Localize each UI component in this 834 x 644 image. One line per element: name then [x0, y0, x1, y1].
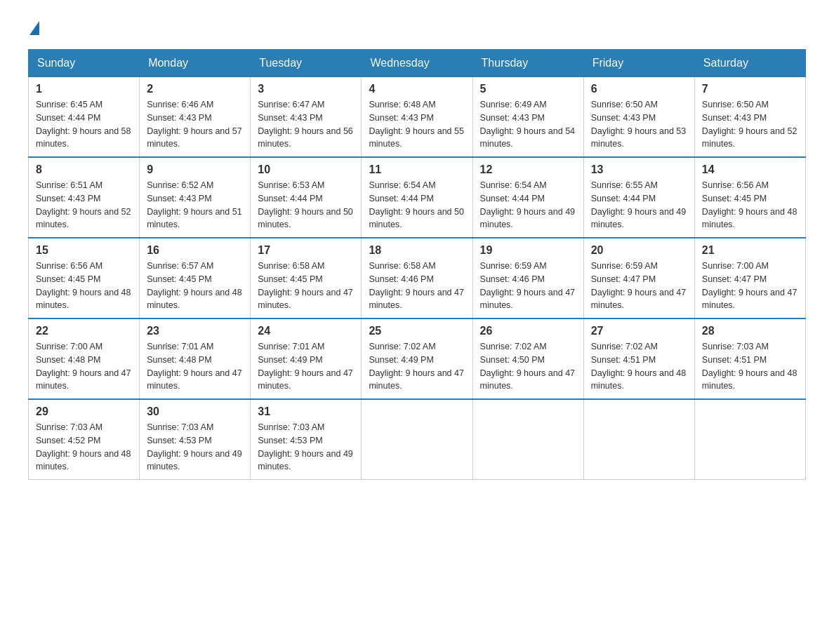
day-info: Sunrise: 6:57 AMSunset: 4:45 PMDaylight:… [147, 260, 243, 312]
calendar-cell: 22Sunrise: 7:00 AMSunset: 4:48 PMDayligh… [29, 318, 140, 399]
day-number: 31 [258, 405, 354, 418]
day-info: Sunrise: 7:01 AMSunset: 4:49 PMDaylight:… [258, 340, 354, 393]
day-number: 17 [258, 244, 354, 257]
calendar-header-friday: Friday [583, 50, 694, 77]
day-info: Sunrise: 7:03 AMSunset: 4:52 PMDaylight:… [36, 421, 132, 474]
calendar-cell: 9Sunrise: 6:52 AMSunset: 4:43 PMDaylight… [140, 157, 251, 238]
calendar-header-row: SundayMondayTuesdayWednesdayThursdayFrid… [29, 50, 806, 77]
calendar-cell: 20Sunrise: 6:59 AMSunset: 4:47 PMDayligh… [583, 238, 694, 318]
calendar-week-row: 22Sunrise: 7:00 AMSunset: 4:48 PMDayligh… [29, 318, 806, 399]
day-number: 11 [369, 163, 465, 176]
calendar-cell: 6Sunrise: 6:50 AMSunset: 4:43 PMDaylight… [583, 77, 694, 158]
calendar-cell: 29Sunrise: 7:03 AMSunset: 4:52 PMDayligh… [29, 399, 140, 480]
day-info: Sunrise: 6:59 AMSunset: 4:46 PMDaylight:… [480, 260, 576, 312]
day-info: Sunrise: 6:50 AMSunset: 4:43 PMDaylight:… [702, 98, 798, 151]
day-info: Sunrise: 6:45 AMSunset: 4:44 PMDaylight:… [36, 98, 132, 151]
day-number: 26 [480, 325, 576, 337]
day-number: 27 [591, 325, 687, 337]
calendar-cell: 11Sunrise: 6:54 AMSunset: 4:44 PMDayligh… [362, 157, 472, 238]
day-number: 13 [591, 163, 687, 176]
day-number: 8 [36, 163, 132, 176]
calendar-cell: 18Sunrise: 6:58 AMSunset: 4:46 PMDayligh… [362, 238, 472, 318]
calendar-cell [583, 399, 694, 480]
day-number: 4 [369, 83, 465, 95]
day-number: 20 [591, 244, 687, 257]
calendar-cell: 15Sunrise: 6:56 AMSunset: 4:45 PMDayligh… [29, 238, 140, 318]
day-info: Sunrise: 6:58 AMSunset: 4:45 PMDaylight:… [258, 260, 354, 312]
day-number: 14 [702, 163, 798, 176]
day-info: Sunrise: 7:02 AMSunset: 4:51 PMDaylight:… [591, 340, 687, 393]
day-info: Sunrise: 6:47 AMSunset: 4:43 PMDaylight:… [258, 98, 354, 151]
calendar-header-thursday: Thursday [472, 50, 583, 77]
calendar-cell: 25Sunrise: 7:02 AMSunset: 4:49 PMDayligh… [362, 318, 472, 399]
day-number: 6 [591, 83, 687, 95]
calendar-week-row: 15Sunrise: 6:56 AMSunset: 4:45 PMDayligh… [29, 238, 806, 318]
day-number: 30 [147, 405, 243, 418]
day-number: 12 [480, 163, 576, 176]
day-info: Sunrise: 6:55 AMSunset: 4:44 PMDaylight:… [591, 179, 687, 232]
calendar-cell: 16Sunrise: 6:57 AMSunset: 4:45 PMDayligh… [140, 238, 251, 318]
calendar-cell: 8Sunrise: 6:51 AMSunset: 4:43 PMDaylight… [29, 157, 140, 238]
calendar-cell: 5Sunrise: 6:49 AMSunset: 4:43 PMDaylight… [472, 77, 583, 158]
day-info: Sunrise: 7:00 AMSunset: 4:47 PMDaylight:… [702, 260, 798, 312]
calendar-cell: 26Sunrise: 7:02 AMSunset: 4:50 PMDayligh… [472, 318, 583, 399]
day-number: 15 [36, 244, 132, 257]
calendar-cell [472, 399, 583, 480]
calendar-header-tuesday: Tuesday [251, 50, 362, 77]
calendar-cell: 3Sunrise: 6:47 AMSunset: 4:43 PMDaylight… [251, 77, 362, 158]
calendar-cell: 13Sunrise: 6:55 AMSunset: 4:44 PMDayligh… [583, 157, 694, 238]
day-number: 28 [702, 325, 798, 337]
day-number: 18 [369, 244, 465, 257]
calendar-cell: 4Sunrise: 6:48 AMSunset: 4:43 PMDaylight… [362, 77, 472, 158]
day-info: Sunrise: 6:48 AMSunset: 4:43 PMDaylight:… [369, 98, 465, 151]
day-info: Sunrise: 7:02 AMSunset: 4:49 PMDaylight:… [369, 340, 465, 393]
day-number: 23 [147, 325, 243, 337]
day-info: Sunrise: 6:54 AMSunset: 4:44 PMDaylight:… [480, 179, 576, 232]
day-number: 7 [702, 83, 798, 95]
calendar-table: SundayMondayTuesdayWednesdayThursdayFrid… [28, 49, 806, 480]
calendar-cell: 14Sunrise: 6:56 AMSunset: 4:45 PMDayligh… [694, 157, 805, 238]
day-number: 25 [369, 325, 465, 337]
day-info: Sunrise: 7:01 AMSunset: 4:48 PMDaylight:… [147, 340, 243, 393]
day-number: 9 [147, 163, 243, 176]
day-info: Sunrise: 7:03 AMSunset: 4:53 PMDaylight:… [147, 421, 243, 474]
calendar-cell [362, 399, 472, 480]
calendar-cell: 30Sunrise: 7:03 AMSunset: 4:53 PMDayligh… [140, 399, 251, 480]
calendar-week-row: 1Sunrise: 6:45 AMSunset: 4:44 PMDaylight… [29, 77, 806, 158]
calendar-cell: 10Sunrise: 6:53 AMSunset: 4:44 PMDayligh… [251, 157, 362, 238]
day-number: 19 [480, 244, 576, 257]
day-info: Sunrise: 6:49 AMSunset: 4:43 PMDaylight:… [480, 98, 576, 151]
calendar-cell: 31Sunrise: 7:03 AMSunset: 4:53 PMDayligh… [251, 399, 362, 480]
calendar-week-row: 8Sunrise: 6:51 AMSunset: 4:43 PMDaylight… [29, 157, 806, 238]
calendar-header-monday: Monday [140, 50, 251, 77]
day-info: Sunrise: 6:50 AMSunset: 4:43 PMDaylight:… [591, 98, 687, 151]
day-number: 16 [147, 244, 243, 257]
day-info: Sunrise: 6:59 AMSunset: 4:47 PMDaylight:… [591, 260, 687, 312]
day-number: 10 [258, 163, 354, 176]
day-number: 2 [147, 83, 243, 95]
day-info: Sunrise: 6:56 AMSunset: 4:45 PMDaylight:… [702, 179, 798, 232]
calendar-cell: 12Sunrise: 6:54 AMSunset: 4:44 PMDayligh… [472, 157, 583, 238]
calendar-cell: 7Sunrise: 6:50 AMSunset: 4:43 PMDaylight… [694, 77, 805, 158]
day-number: 29 [36, 405, 132, 418]
calendar-header-wednesday: Wednesday [362, 50, 472, 77]
calendar-cell: 19Sunrise: 6:59 AMSunset: 4:46 PMDayligh… [472, 238, 583, 318]
day-number: 24 [258, 325, 354, 337]
calendar-cell: 28Sunrise: 7:03 AMSunset: 4:51 PMDayligh… [694, 318, 805, 399]
day-info: Sunrise: 6:53 AMSunset: 4:44 PMDaylight:… [258, 179, 354, 232]
calendar-cell: 24Sunrise: 7:01 AMSunset: 4:49 PMDayligh… [251, 318, 362, 399]
logo [28, 21, 41, 35]
day-info: Sunrise: 6:52 AMSunset: 4:43 PMDaylight:… [147, 179, 243, 232]
calendar-cell: 17Sunrise: 6:58 AMSunset: 4:45 PMDayligh… [251, 238, 362, 318]
day-number: 3 [258, 83, 354, 95]
calendar-header-sunday: Sunday [29, 50, 140, 77]
day-info: Sunrise: 6:51 AMSunset: 4:43 PMDaylight:… [36, 179, 132, 232]
day-number: 21 [702, 244, 798, 257]
day-info: Sunrise: 7:03 AMSunset: 4:53 PMDaylight:… [258, 421, 354, 474]
day-number: 5 [480, 83, 576, 95]
calendar-week-row: 29Sunrise: 7:03 AMSunset: 4:52 PMDayligh… [29, 399, 806, 480]
calendar-cell: 2Sunrise: 6:46 AMSunset: 4:43 PMDaylight… [140, 77, 251, 158]
day-info: Sunrise: 6:58 AMSunset: 4:46 PMDaylight:… [369, 260, 465, 312]
day-info: Sunrise: 6:54 AMSunset: 4:44 PMDaylight:… [369, 179, 465, 232]
page-header [28, 21, 806, 35]
